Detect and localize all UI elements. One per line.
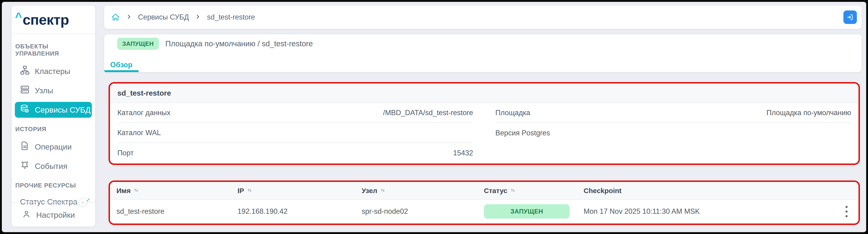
collapse-sidebar-button[interactable] (79, 198, 87, 207)
sidebar: ^ спектр ОБЪЕКТЫ УПРАВЛЕНИЯ Кластеры (11, 6, 95, 227)
sidebar-item-nodes[interactable]: Узлы (15, 83, 92, 98)
status-badge: ЗАПУЩЕН (484, 204, 570, 219)
topbar: Сервисы СУБД sd_test-restore (104, 6, 862, 29)
table-header-name[interactable]: Имя (117, 187, 238, 195)
sidebar-item-label: Статус Спектра (20, 197, 77, 206)
sort-icon (247, 187, 252, 195)
table-header-node[interactable]: Узел (362, 187, 484, 195)
field-value: 15432 (453, 149, 473, 157)
chevron-left-icon (80, 200, 85, 205)
sidebar-section-management-objects: ОБЪЕКТЫ УПРАВЛЕНИЯ (15, 43, 92, 57)
status-badge: ЗАПУЩЕН (117, 38, 159, 50)
overview-card-title: sd_test-restore (110, 83, 859, 103)
sidebar-item-operations[interactable]: Операции (15, 139, 92, 155)
sidebar-item-events[interactable]: События (15, 158, 92, 174)
cell-status: ЗАПУЩЕН (484, 204, 584, 219)
table-row: sd_test-restore 192.168.190.42 spr-sd-no… (110, 200, 859, 223)
cell-ip: 192.168.190.42 (238, 207, 362, 216)
field-value: /MBD_DATA/sd_test-restore (383, 109, 473, 117)
sidebar-item-clusters[interactable]: Кластеры (15, 63, 92, 79)
brand-name: спектр (23, 11, 69, 28)
page-title: Площадка по-умолчанию / sd_test-restore (165, 39, 313, 48)
sidebar-divider (11, 202, 95, 203)
sidebar-item-label: Операции (35, 142, 72, 151)
chevron-right-icon (195, 14, 201, 21)
page-header-card: ЗАПУЩЕН Площадка по-умолчанию / sd_test-… (104, 34, 862, 72)
sidebar-section-history: ИСТОРИЯ (15, 126, 92, 133)
cell-node: spr-sd-node02 (362, 207, 484, 216)
sidebar-item-label: Настройки (36, 210, 75, 219)
field-label: Каталог данных (117, 109, 170, 117)
brand-caret-mark: ^ (15, 11, 22, 23)
table-header-ip[interactable]: IP (238, 187, 362, 195)
column-label: IP (238, 187, 244, 195)
sidebar-item-settings[interactable]: Настройки (15, 207, 92, 223)
column-label: Checkpoint (584, 187, 621, 195)
instances-table-highlight: Имя IP Узел Статус (108, 181, 860, 225)
sidebar-item-dbms-services[interactable]: Сервисы СУБД (15, 102, 92, 118)
row-actions-kebab-button[interactable] (841, 204, 852, 219)
field-row-empty (495, 143, 851, 163)
table-header-status[interactable]: Статус (484, 187, 584, 195)
brand-logo: ^ спектр (11, 6, 95, 34)
field-label: Площадка (495, 109, 530, 117)
sort-icon (133, 187, 139, 195)
logout-button[interactable] (843, 10, 857, 24)
column-label: Имя (117, 187, 131, 195)
sidebar-item-label: Сервисы СУБД (35, 105, 91, 114)
field-row-site: Площадка Площадка по-умолчанию (495, 103, 851, 123)
table-header-row: Имя IP Узел Статус (110, 182, 859, 200)
column-label: Статус (484, 187, 507, 195)
service-summary-row: ЗАПУЩЕН Площадка по-умолчанию / sd_test-… (117, 38, 313, 50)
cell-checkpoint: Mon 17 Nov 2025 10:11:30 AM MSK (584, 207, 838, 216)
field-label: Порт (117, 149, 134, 157)
bell-icon (20, 160, 30, 172)
sort-icon (510, 187, 516, 195)
field-value: Площадка по-умолчанию (766, 109, 851, 117)
field-row-data-catalog: Каталог данных /MBD_DATA/sd_test-restore (117, 103, 473, 123)
sort-icon (380, 187, 385, 195)
sidebar-item-label: Кластеры (35, 67, 70, 76)
sidebar-item-label: Узлы (35, 86, 53, 95)
chevron-right-icon (126, 14, 132, 21)
servers-icon (20, 85, 30, 96)
field-row-wal-catalog: Каталог WAL (117, 123, 473, 143)
breadcrumb-item-dbms-services[interactable]: Сервисы СУБД (138, 13, 189, 21)
document-icon (20, 141, 30, 153)
home-icon (111, 13, 120, 22)
sidebar-section-other-resources: ПРОЧИЕ РЕСУРСЫ (15, 182, 92, 189)
cell-name: sd_test-restore (117, 207, 238, 216)
sidebar-item-label: События (35, 162, 67, 171)
tab-overview[interactable]: Обзор (104, 58, 138, 72)
table-header-checkpoint: Checkpoint (584, 187, 838, 195)
breadcrumb-item-current: sd_test-restore (207, 13, 255, 21)
tab-bar: Обзор (104, 58, 138, 72)
sidebar-nav: ОБЪЕКТЫ УПРАВЛЕНИЯ Кластеры (11, 34, 95, 212)
column-label: Узел (362, 187, 377, 195)
user-icon (22, 209, 31, 220)
cluster-icon (20, 66, 30, 77)
app-window: ^ спектр ОБЪЕКТЫ УПРАВЛЕНИЯ Кластеры (0, 0, 868, 234)
field-row-port: Порт 15432 (117, 143, 473, 163)
field-label: Каталог WAL (117, 129, 161, 137)
field-label: Версия Postgres (495, 129, 550, 137)
overview-card-highlight: sd_test-restore Каталог данных /MBD_DATA… (108, 82, 860, 165)
exit-arrow-icon (846, 13, 854, 21)
breadcrumb: Сервисы СУБД sd_test-restore (111, 13, 255, 22)
field-row-postgres-version: Версия Postgres (495, 123, 851, 143)
breadcrumb-home-link[interactable] (111, 13, 120, 22)
overview-fields-grid: Каталог данных /MBD_DATA/sd_test-restore… (110, 103, 859, 163)
database-gear-icon (20, 104, 30, 115)
